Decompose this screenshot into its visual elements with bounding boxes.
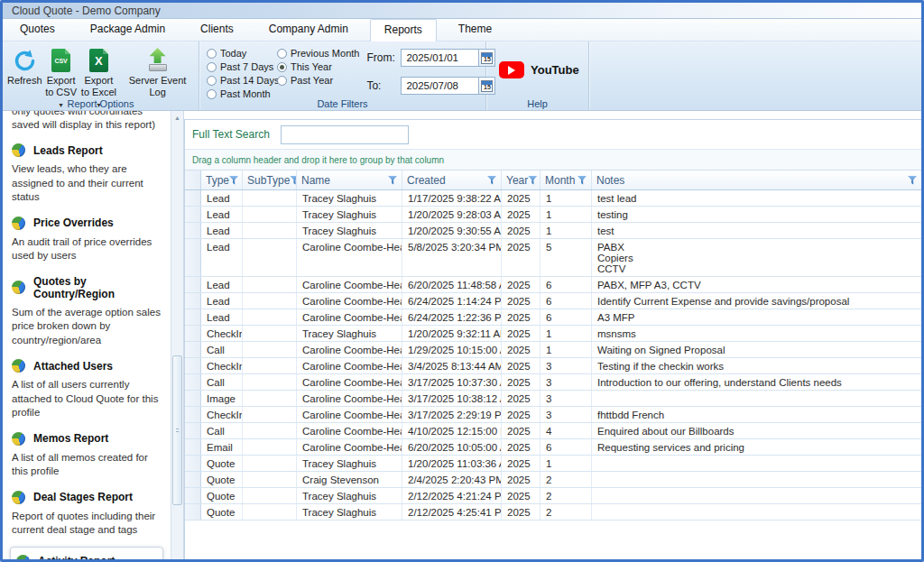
scrollbar-grip [176,428,179,432]
cell-subtype [243,293,297,309]
radio-previous-month[interactable]: Previous Month [277,47,359,60]
filter-funnel-icon[interactable] [229,176,238,185]
table-row[interactable]: LeadCaroline Coombe-Heath6/24/2025 1:14:… [185,293,921,309]
row-indicator-cell [185,239,201,276]
table-row[interactable]: EmailCaroline Coombe-Heath6/20/2025 10:0… [185,439,921,456]
full-text-search-input[interactable] [281,125,409,144]
grid-body: LeadTracey Slaghuis1/17/2025 9:38:22 AM2… [185,190,921,559]
filter-funnel-icon[interactable] [487,176,496,185]
filter-funnel-icon[interactable] [528,176,537,185]
column-header-created[interactable]: Created [402,170,502,189]
cell-type: Quote [201,504,243,520]
table-row[interactable]: CheckInCaroline Coombe-Heath3/4/2025 8:1… [185,358,921,374]
radio-past-14-days[interactable]: Past 14 Days [207,74,277,87]
table-row[interactable]: QuoteTracey Slaghuis2/12/2025 4:25:41 PM… [185,504,921,521]
column-header-notes[interactable]: Notes [592,170,921,189]
filter-funnel-icon[interactable] [578,176,587,185]
cell-month: 2 [541,488,592,503]
cell-notes [592,456,921,471]
group-label-date-filters: Date Filters [199,98,485,109]
cell-name: Caroline Coombe-Heath [297,358,402,373]
cell-name: Caroline Coombe-Heath [297,277,402,292]
cell-type: Image [201,391,243,406]
cell-year: 2025 [502,407,541,422]
column-header-name[interactable]: Name [297,170,402,189]
filter-funnel-icon[interactable] [908,176,917,185]
table-row[interactable]: LeadCaroline Coombe-Heath6/20/2025 11:48… [185,277,921,293]
radio-past-7-days[interactable]: Past 7 Days [207,60,277,73]
table-row[interactable]: LeadTracey Slaghuis1/20/2025 9:30:55 AM2… [185,223,921,239]
cell-created: 1/20/2025 9:32:11 AM [402,326,502,341]
table-row[interactable]: LeadCaroline Coombe-Heath5/8/2025 3:20:3… [185,239,921,277]
radio-today[interactable]: Today [207,47,277,60]
ribbon-group-date-filters: TodayPast 7 DaysPast 14 DaysPast Month P… [199,41,486,110]
column-header-year[interactable]: Year [502,170,541,189]
radio-past-year[interactable]: Past Year [277,74,359,87]
cell-created: 6/24/2025 1:22:36 PM [402,309,502,325]
sidebar-scrollbar[interactable] [171,111,184,559]
table-row[interactable]: QuoteTracey Slaghuis1/20/2025 11:03:36 A… [185,456,921,472]
cell-notes [592,504,921,520]
sidebar-item-title: Quotes by Country/Region [33,275,163,300]
sidebar-item-deal-stages-report[interactable]: Deal Stages ReportReport of quotes inclu… [12,491,163,538]
table-row[interactable]: CallCaroline Coombe-Heath3/17/2025 10:37… [185,374,921,391]
radio-label: Today [220,48,246,59]
table-row[interactable]: LeadTracey Slaghuis1/17/2025 9:38:22 AM2… [185,190,921,207]
column-header-month[interactable]: Month [541,170,592,189]
group-by-drop-zone[interactable]: Drag a column header and drop it here to… [185,149,921,170]
column-header-label: Month [545,174,575,187]
filter-funnel-icon[interactable] [290,176,297,185]
sidebar-item-price-overrides[interactable]: Price OverridesAn audit trail of price o… [12,217,163,263]
table-row[interactable]: CallCaroline Coombe-Heath4/10/2025 12:15… [185,423,921,439]
filter-funnel-icon[interactable] [388,176,397,185]
server-event-log-label: Server Event Log [119,75,196,98]
radio-this-year[interactable]: This Year [277,60,359,73]
to-date-input[interactable]: 2025/07/08 [401,77,478,95]
tab-company-admin[interactable]: Company Admin [255,19,362,41]
table-row[interactable]: LeadCaroline Coombe-Heath6/24/2025 1:22:… [185,309,921,326]
row-indicator-cell [185,456,201,471]
tab-package-admin[interactable]: Package Admin [77,19,179,41]
tab-quotes[interactable]: Quotes [6,19,69,41]
table-row[interactable]: ImageCaroline Coombe-Heath3/17/2025 10:3… [185,391,921,407]
radio-label: This Year [291,61,332,72]
sidebar-item-quotes-by-country-region[interactable]: Quotes by Country/RegionSum of the avera… [12,275,163,348]
cell-type: Lead [201,190,243,206]
cell-month: 3 [541,374,592,390]
table-row[interactable]: CheckInTracey Slaghuis1/20/2025 9:32:11 … [185,326,921,342]
column-header-type[interactable]: Type [201,170,243,189]
sidebar-item-title: Activity Report [38,555,115,559]
scroll-up-arrow-icon[interactable] [171,111,183,124]
row-indicator-cell [185,472,201,487]
table-row[interactable]: CallCaroline Coombe-Heath1/29/2025 10:15… [185,342,921,358]
cell-notes [592,391,921,406]
column-header-subtype[interactable]: SubType [243,170,297,189]
youtube-icon [499,61,524,78]
tab-theme[interactable]: Theme [445,19,505,41]
tab-clients[interactable]: Clients [187,19,247,41]
table-row[interactable]: CheckInCaroline Coombe-Heath3/17/2025 2:… [185,407,921,423]
scrollbar-thumb[interactable] [172,355,182,505]
titlebar[interactable]: Cloud Quote - Demo Company [3,3,921,19]
sidebar-item-activity-report[interactable]: Activity ReportReps' sales-related activ… [10,547,163,560]
cell-month: 5 [541,239,592,276]
from-date-input[interactable]: 2025/01/01 [401,49,478,67]
cell-name: Caroline Coombe-Heath [297,239,402,276]
sidebar-item-memos-report[interactable]: Memos ReportA list of all memos created … [12,432,163,479]
sidebar-item-title-row: Price Overrides [12,217,163,230]
cell-type: Call [201,423,243,438]
youtube-button[interactable]: YouTube [499,61,588,78]
row-indicator-cell [185,207,201,222]
table-row[interactable]: QuoteTracey Slaghuis2/12/2025 4:21:24 PM… [185,488,921,504]
table-row[interactable]: QuoteCraig Stevenson2/4/2025 2:20:43 PM2… [185,472,921,488]
full-text-search-label: Full Text Search [192,128,270,141]
csv-icon: CSV [51,46,70,75]
sidebar-item-attached-users[interactable]: Attached UsersA list of all users curren… [12,359,163,420]
table-row[interactable]: LeadTracey Slaghuis1/20/2025 9:28:03 AM2… [185,207,921,223]
tab-reports[interactable]: Reports [370,19,437,41]
window-title: Cloud Quote - Demo Company [12,5,161,17]
excel-icon: X [89,46,108,75]
row-indicator-cell [185,488,201,503]
refresh-icon [13,46,37,75]
sidebar-item-leads-report[interactable]: Leads ReportView leads, who they are ass… [12,143,163,205]
